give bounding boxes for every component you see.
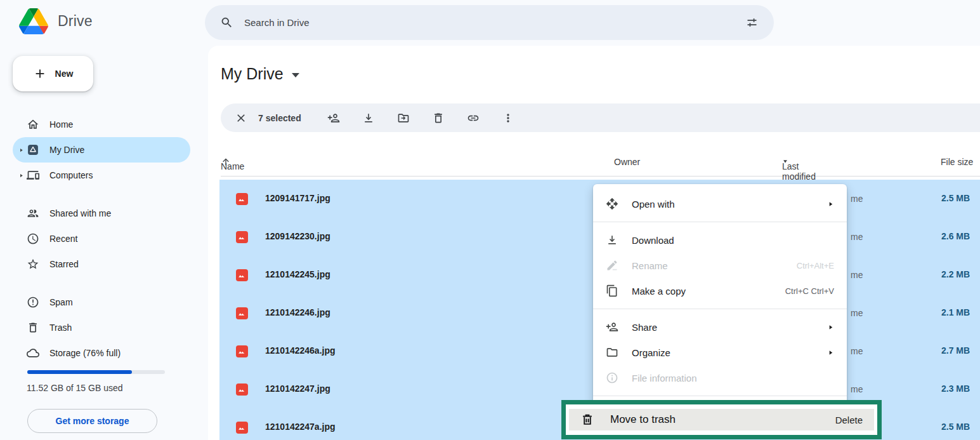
file-size: 2.2 MB [941, 269, 970, 279]
sidebar-item-label: Starred [49, 259, 79, 269]
organize-icon [606, 346, 618, 359]
submenu-arrow-icon [827, 349, 834, 356]
sidebar-item-label: Spam [49, 297, 73, 307]
move-to-trash-icon [580, 413, 594, 427]
file-name: 1210142246a.jpg [265, 345, 336, 356]
sidebar-item-starred[interactable]: Starred [13, 251, 190, 277]
menu-item-make-a-copy[interactable]: Make a copy Ctrl+C Ctrl+V [593, 278, 847, 303]
menu-divider [593, 309, 847, 309]
sidebar-item-label: Storage (76% full) [49, 348, 121, 358]
menu-item-shortcut: Delete [835, 415, 863, 425]
file-name: 1210142247a.jpg [265, 422, 336, 432]
close-selection-icon[interactable] [235, 112, 247, 124]
file-name: 1210142247.jpg [265, 383, 330, 394]
sidebar-item-label: Shared with me [49, 208, 111, 218]
column-header-last-modified[interactable]: Last modified [782, 157, 788, 164]
menu-item-download[interactable]: Download [593, 227, 847, 253]
share-icon [606, 321, 618, 333]
selection-toolbar: 7 selected [221, 103, 980, 132]
menu-item-open-with[interactable]: Open with [593, 191, 847, 217]
file-name: 1209141717.jpg [265, 193, 330, 203]
storage-progress-bar [27, 370, 165, 374]
computers-icon [27, 169, 39, 182]
rename-icon [606, 259, 618, 272]
sidebar-item-recent[interactable]: Recent [13, 226, 190, 251]
sidebar-item-home[interactable]: Home [13, 112, 190, 137]
storage-usage-text: 11.52 GB of 15 GB used [27, 383, 123, 393]
modified-by: me [851, 384, 863, 394]
file-information-icon [606, 371, 618, 384]
menu-item-label: Download [632, 235, 674, 246]
share-person-add-icon[interactable] [327, 112, 340, 124]
link-icon[interactable] [467, 112, 480, 124]
drive-logo-lockup: Drive [19, 8, 93, 34]
search-input[interactable]: Search in Drive [244, 17, 310, 28]
file-size: 2.6 MB [941, 231, 970, 241]
sidebar-item-trash[interactable]: Trash [13, 315, 190, 340]
storage-progress-fill [27, 370, 132, 374]
chevron-right-icon[interactable] [15, 147, 27, 153]
get-more-storage-button[interactable]: Get more storage [27, 409, 157, 433]
new-button[interactable]: New [13, 56, 93, 91]
sidebar-item-storage[interactable]: Storage (76% full) [13, 340, 190, 366]
google-drive-window: Drive New Home My Drive Computers Shared… [0, 0, 980, 440]
drive-logo-icon [19, 8, 48, 34]
plus-icon [33, 67, 47, 81]
more-options-icon[interactable] [502, 112, 514, 124]
sidebar-item-label: Computers [49, 170, 93, 180]
column-header-name[interactable]: Name [221, 157, 231, 167]
menu-item-share[interactable]: Share [593, 314, 847, 340]
image-file-icon [236, 307, 248, 319]
download-icon[interactable] [362, 112, 375, 124]
menu-item-label: Rename [632, 260, 668, 271]
download-icon [606, 234, 618, 246]
file-name: 1210142246.jpg [265, 307, 330, 317]
image-file-icon [236, 345, 248, 357]
file-size: 2.1 MB [941, 307, 970, 317]
column-header-file-size[interactable]: File size [941, 157, 973, 167]
menu-item-file-information: File information [593, 365, 847, 390]
search-icon[interactable] [220, 16, 233, 29]
chevron-right-icon[interactable] [15, 173, 27, 178]
move-to-folder-icon[interactable] [397, 112, 410, 124]
menu-item-label: Organize [632, 347, 670, 358]
menu-item-label: Open with [632, 199, 675, 210]
search-filters-icon[interactable] [745, 16, 759, 29]
sidebar-item-spam[interactable]: Spam [13, 290, 190, 315]
cloud-icon [27, 347, 39, 359]
search-bar[interactable]: Search in Drive [205, 5, 774, 40]
menu-item-shortcut: Ctrl+C Ctrl+V [785, 286, 834, 296]
caret-down-icon [292, 73, 299, 77]
menu-divider [593, 396, 847, 396]
modified-by: me [851, 194, 863, 204]
nav-section-gap [0, 188, 198, 201]
menu-item-move-to-trash[interactable]: Move to trash Delete [569, 409, 874, 430]
file-size: 2.5 MB [941, 422, 970, 432]
modified-by: me [851, 308, 863, 318]
sidebar-item-computers[interactable]: Computers [13, 163, 190, 188]
file-name: 1210142245.jpg [265, 269, 330, 279]
sidebar-nav: Home My Drive Computers Shared with me R… [0, 112, 198, 366]
menu-item-organize[interactable]: Organize [593, 340, 847, 365]
modified-by: me [851, 270, 863, 280]
my-drive-icon [27, 143, 39, 156]
sidebar-item-shared-with-me[interactable]: Shared with me [13, 201, 190, 226]
table-header: Name Owner Last modified File size [221, 152, 980, 177]
column-header-owner[interactable]: Owner [614, 157, 640, 167]
sidebar-item-label: Recent [49, 234, 77, 244]
starred-icon [27, 258, 39, 270]
file-name: 1209142230.jpg [265, 231, 330, 241]
trash-icon[interactable] [432, 112, 445, 124]
menu-item-shortcut: Ctrl+Alt+E [797, 261, 834, 270]
open-with-icon [606, 197, 618, 210]
menu-item-rename: Rename Ctrl+Alt+E [593, 253, 847, 278]
file-size: 2.3 MB [941, 383, 970, 394]
product-name: Drive [58, 13, 93, 30]
image-file-icon [236, 422, 248, 434]
sidebar-item-label: My Drive [49, 145, 84, 155]
image-file-icon [236, 231, 248, 243]
page-title: My Drive [221, 65, 284, 83]
page-title-dropdown[interactable]: My Drive [221, 65, 299, 83]
nav-section-gap [0, 277, 198, 290]
sidebar-item-my-drive[interactable]: My Drive [13, 137, 190, 163]
